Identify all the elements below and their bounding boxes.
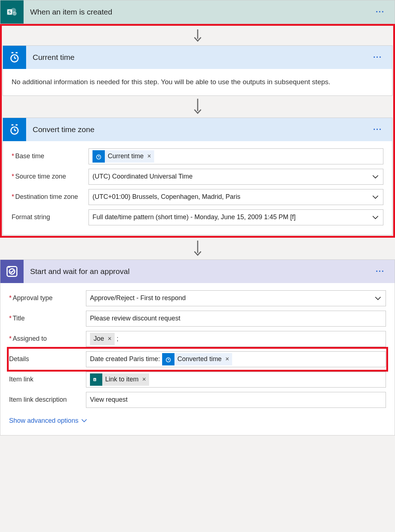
approval-title-row: *Title Please review discount request	[9, 308, 386, 329]
svg-text:S: S	[8, 10, 11, 14]
source-tz-value: (UTC) Coordinated Universal Time	[92, 172, 193, 181]
item-link-desc-input[interactable]: View request	[86, 392, 386, 408]
base-time-input[interactable]: Current time ×	[89, 148, 383, 164]
trigger-menu-button[interactable]: ···	[373, 6, 387, 18]
approval-type-label: *Approval type	[9, 293, 82, 303]
chevron-down-icon	[371, 193, 379, 201]
dest-tz-select[interactable]: (UTC+01:00) Brussels, Copenhagen, Madrid…	[89, 189, 383, 205]
dest-tz-row: *Destination time zone (UTC+01:00) Bruss…	[12, 187, 383, 207]
current-time-menu-button[interactable]: ···	[370, 51, 385, 64]
assigned-to-row: *Assigned to Joe × ;	[9, 329, 386, 349]
token-label: Converted time	[177, 354, 222, 364]
connector-arrow	[3, 26, 392, 45]
current-time-card: Current time ··· No additional informati…	[3, 45, 392, 96]
show-advanced-label: Show advanced options	[9, 416, 78, 426]
base-time-label: *Base time	[12, 151, 84, 161]
approval-title-label: *Title	[9, 314, 82, 323]
dest-tz-label: *Destination time zone	[12, 192, 84, 202]
details-label: Details	[9, 354, 82, 364]
format-select[interactable]: Full date/time pattern (short time) - Mo…	[89, 209, 383, 225]
svg-point-2	[12, 12, 16, 16]
current-time-title: Current time	[26, 53, 370, 62]
clock-icon	[3, 118, 26, 141]
item-link-input[interactable]: S Link to item ×	[86, 372, 386, 388]
chevron-down-icon	[371, 173, 379, 181]
chevron-down-icon	[374, 294, 382, 302]
token-label: Joe	[94, 334, 104, 344]
convert-tz-card: Convert time zone ··· *Base time Current…	[3, 118, 392, 235]
approval-menu-button[interactable]: ···	[373, 265, 387, 278]
item-link-desc-row: Item link description View request	[9, 390, 386, 410]
token-remove[interactable]: ×	[225, 354, 230, 364]
token-label: Link to item	[105, 375, 139, 384]
chevron-down-icon	[81, 417, 88, 424]
current-time-token[interactable]: Current time ×	[92, 150, 154, 163]
approval-header[interactable]: Start and wait for an approval ···	[0, 260, 395, 283]
current-time-header[interactable]: Current time ···	[3, 46, 392, 69]
connector-arrow	[0, 238, 395, 259]
clock-icon	[162, 353, 174, 365]
token-label: Current time	[108, 151, 144, 161]
dest-tz-value: (UTC+01:00) Brussels, Copenhagen, Madrid…	[92, 192, 240, 202]
clock-icon	[3, 46, 26, 69]
token-remove[interactable]: ×	[141, 375, 147, 384]
approval-body: *Approval type Approve/Reject - First to…	[0, 283, 395, 435]
source-tz-select[interactable]: (UTC) Coordinated Universal Time	[89, 169, 383, 185]
details-row: Details Date created Paris time: Convert…	[9, 349, 386, 369]
show-advanced-options-link[interactable]: Show advanced options	[9, 410, 386, 428]
current-time-info: No additional information is needed for …	[3, 69, 392, 95]
source-tz-label: *Source time zone	[12, 172, 84, 181]
details-input[interactable]: Date created Paris time: Converted time …	[86, 351, 386, 367]
format-value: Full date/time pattern (short time) - Mo…	[92, 212, 296, 222]
convert-tz-title: Convert time zone	[26, 125, 370, 134]
trigger-card: S When an item is created ···	[0, 0, 395, 24]
convert-tz-menu-button[interactable]: ···	[370, 123, 385, 136]
approval-title: Start and wait for an approval	[24, 267, 373, 276]
details-prefix: Date created Paris time:	[90, 354, 160, 364]
item-link-label: Item link	[9, 375, 82, 384]
connector-arrow	[3, 96, 392, 118]
approval-type-value: Approve/Reject - First to respond	[90, 293, 186, 303]
item-link-row: Item link S Link to item ×	[9, 369, 386, 390]
format-label: Format string	[12, 212, 84, 222]
converted-time-token[interactable]: Converted time ×	[162, 353, 232, 365]
convert-tz-body: *Base time Current time × *Source time z…	[3, 141, 392, 235]
approval-card: Start and wait for an approval ··· *Appr…	[0, 259, 395, 435]
assigned-to-input[interactable]: Joe × ;	[86, 331, 386, 347]
highlight-group-1: Current time ··· No additional informati…	[0, 24, 395, 238]
source-tz-row: *Source time zone (UTC) Coordinated Univ…	[12, 167, 383, 187]
convert-tz-header[interactable]: Convert time zone ···	[3, 118, 392, 141]
approval-type-select[interactable]: Approve/Reject - First to respond	[86, 290, 386, 306]
token-remove[interactable]: ×	[107, 334, 112, 344]
svg-text:S: S	[94, 378, 96, 381]
trigger-header[interactable]: S When an item is created ···	[0, 0, 395, 24]
assigned-to-label: *Assigned to	[9, 334, 82, 344]
approval-type-row: *Approval type Approve/Reject - First to…	[9, 288, 386, 308]
token-remove[interactable]: ×	[147, 151, 152, 161]
sharepoint-icon: S	[0, 0, 24, 24]
base-time-row: *Base time Current time ×	[12, 146, 383, 167]
item-link-desc-value: View request	[90, 395, 128, 405]
clock-icon	[92, 150, 105, 163]
sharepoint-icon: S	[90, 373, 102, 386]
approval-title-value: Please review discount request	[90, 314, 180, 323]
chevron-down-icon	[371, 213, 379, 221]
link-to-item-token[interactable]: S Link to item ×	[90, 373, 149, 386]
assignee-suffix: ;	[117, 334, 119, 344]
approval-icon	[0, 260, 24, 283]
item-link-desc-label: Item link description	[9, 395, 82, 405]
format-row: Format string Full date/time pattern (sh…	[12, 207, 383, 228]
trigger-title: When an item is created	[24, 8, 373, 16]
approval-title-input[interactable]: Please review discount request	[86, 311, 386, 327]
assignee-token[interactable]: Joe ×	[90, 333, 115, 345]
